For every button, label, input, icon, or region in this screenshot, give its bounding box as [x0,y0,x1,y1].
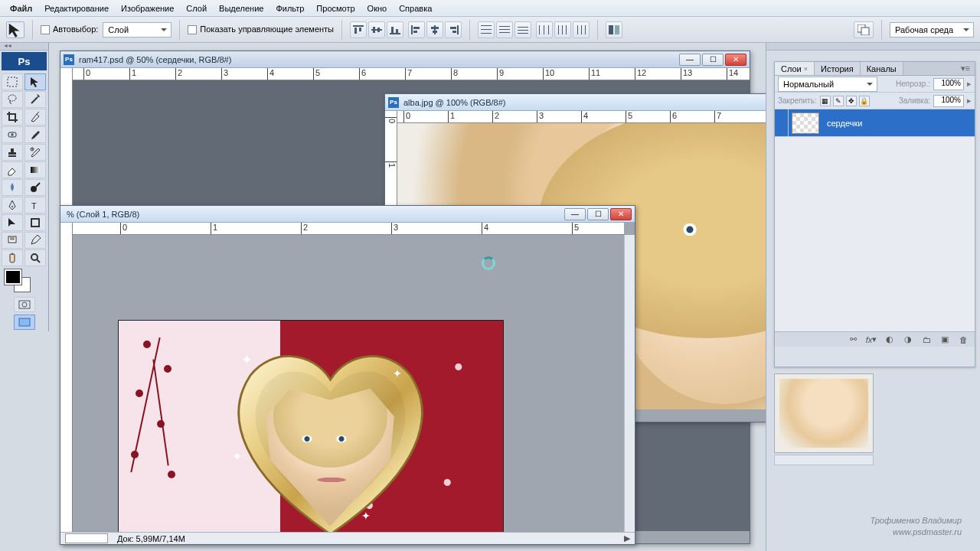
blend-mode-value: Нормальный [783,80,834,89]
panel-menu-icon[interactable]: ▾≡ [956,62,975,75]
tab-channels[interactable]: Каналы [861,62,903,75]
show-controls-checkbox[interactable]: Показать управляющие элементы [188,24,334,34]
auto-select-dropdown[interactable]: Слой [103,22,172,37]
tool-slice[interactable] [24,109,46,126]
tool-type[interactable]: T [24,197,46,214]
layer-row[interactable]: сердечки [775,109,975,137]
navigator-scrollbar[interactable] [774,455,874,465]
delete-icon[interactable]: 🗑 [956,334,970,345]
new-layer-icon[interactable]: ▣ [938,334,952,345]
foreground-color[interactable] [5,269,21,285]
dist-vcenter-button[interactable] [496,21,513,38]
blend-mode-dropdown[interactable]: Нормальный [778,77,877,92]
tool-wand[interactable] [24,91,46,108]
menu-edit[interactable]: Редактирование [39,2,114,15]
tool-stamp[interactable] [2,144,23,161]
maximize-button[interactable]: ☐ [702,54,724,66]
dist-bottom-button[interactable] [514,21,531,38]
align-bottom-button[interactable] [387,21,403,38]
menu-help[interactable]: Справка [394,2,437,15]
menu-filter[interactable]: Фильтр [270,2,309,15]
minimize-button[interactable]: — [679,54,701,66]
titlebar-layer1[interactable]: % (Слой 1, RGB/8) — ☐ ✕ [60,206,635,223]
lock-all-icon[interactable]: 🔒 [859,96,870,106]
tab-close-icon[interactable]: × [804,65,808,73]
fx-icon[interactable]: fx▾ [864,334,878,345]
tool-hand[interactable] [2,249,23,266]
tool-path-select[interactable] [2,214,23,231]
layer-thumbnail[interactable] [792,112,819,134]
mask-icon[interactable]: ◐ [883,334,897,345]
workspace-dropdown[interactable]: Рабочая среда [890,22,974,37]
tool-crop[interactable] [2,109,23,126]
align-left-button[interactable] [408,21,425,38]
tool-shape[interactable] [24,214,46,231]
tool-move[interactable] [24,73,46,90]
lock-transparency-icon[interactable]: ▦ [820,96,831,106]
dist-right-button[interactable] [573,21,590,38]
layer-name[interactable]: сердечки [822,119,975,128]
maximize-button[interactable]: ☐ [587,208,609,220]
menu-select[interactable]: Выделение [214,2,269,15]
menu-image[interactable]: Изображение [116,2,179,15]
tool-gradient[interactable] [24,161,46,178]
tool-eraser[interactable] [2,161,23,178]
titlebar-ram417[interactable]: Ps ram417.psd @ 50% (сердечки, RGB/8#) —… [60,51,750,68]
fill-label: Заливка: [899,96,930,105]
navigator-thumbnail[interactable] [774,373,874,453]
close-button[interactable]: ✕ [610,208,632,220]
menu-layer[interactable]: Слой [181,2,212,15]
visibility-toggle[interactable] [775,109,789,136]
fill-field[interactable]: 100% [933,95,964,107]
menu-view[interactable]: Просмотр [311,2,360,15]
tab-history[interactable]: История [815,62,861,75]
canvas-area[interactable]: ✦ ✦ ✦ ✦ [73,235,635,532]
tool-heal[interactable] [2,126,23,143]
lock-position-icon[interactable]: ✥ [846,96,857,106]
tool-eyedropper[interactable] [24,232,46,249]
auto-select-checkbox[interactable]: Автовыбор: [41,24,98,34]
adjustment-icon[interactable]: ◑ [901,334,915,345]
screenmode-button[interactable] [14,315,35,330]
tab-layers[interactable]: Слои× [775,62,815,75]
scrollbar-vertical[interactable] [624,235,635,532]
app-logo: Ps [2,52,47,70]
align-right-button[interactable] [445,21,462,38]
chevron-right-icon[interactable]: ▸ [967,79,972,89]
dist-hcenter-button[interactable] [554,21,571,38]
lock-pixels-icon[interactable]: ✎ [833,96,844,106]
arrange-docs-button[interactable] [854,21,874,38]
layer-list[interactable]: сердечки [775,109,975,331]
minimize-button[interactable]: — [564,208,586,220]
close-button[interactable]: ✕ [725,54,746,66]
tool-blur[interactable] [2,179,23,196]
align-vcenter-button[interactable] [368,21,385,38]
panel-collapse[interactable] [766,43,980,51]
align-hcenter-button[interactable] [426,21,443,38]
busy-cursor-icon [482,256,495,270]
align-top-button[interactable] [350,21,367,38]
quickmask-button[interactable] [14,297,35,312]
tool-lasso[interactable] [2,91,23,108]
tool-pen[interactable] [2,197,23,214]
group-icon[interactable]: 🗀 [920,334,933,345]
menu-file[interactable]: Файл [5,2,38,15]
color-wells[interactable] [0,268,48,295]
tool-marquee[interactable] [2,73,23,90]
auto-align-button[interactable] [606,21,622,38]
current-tool-icon[interactable] [6,21,24,38]
tool-history-brush[interactable] [24,144,46,161]
tool-notes[interactable] [2,232,23,249]
tool-zoom[interactable] [24,249,46,266]
link-layers-icon[interactable]: ⚯ [846,334,860,345]
tool-brush[interactable] [24,126,46,143]
opacity-field[interactable]: 100% [933,78,964,90]
dist-left-button[interactable] [536,21,553,38]
dist-top-button[interactable] [478,21,495,38]
toolbox-collapse[interactable] [0,43,48,51]
chevron-right-icon[interactable]: ▸ [967,96,972,106]
tool-dodge[interactable] [24,179,46,196]
status-arrow-icon[interactable]: ▶ [624,533,630,543]
zoom-field[interactable] [65,533,108,543]
menu-window[interactable]: Окно [362,2,393,15]
